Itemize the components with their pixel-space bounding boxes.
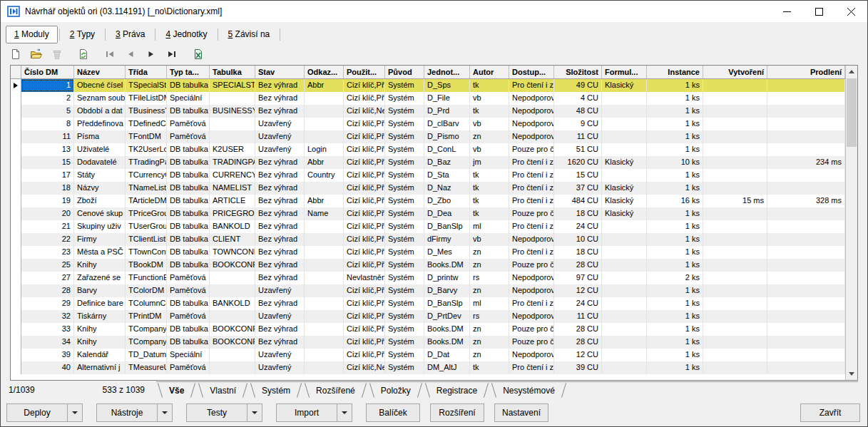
- column-header[interactable]: Jednot...: [424, 66, 470, 78]
- table-row[interactable]: 33KnihyTCompanyBoDB tabulkaBOOKCONFIBez …: [11, 323, 845, 336]
- column-header[interactable]: Tabulka: [210, 66, 255, 78]
- table-cell: [305, 233, 344, 246]
- table-cell: Alternativní j: [74, 361, 126, 374]
- close-button[interactable]: Zavřít: [800, 403, 860, 422]
- table-cell: Systém: [385, 272, 424, 284]
- table-row[interactable]: 21Skupiny uživTUserGroupIDB tabulkaBANKO…: [11, 220, 845, 233]
- column-header[interactable]: Stav: [255, 66, 305, 78]
- refresh-icon[interactable]: [76, 46, 91, 62]
- filter-tab-registrace[interactable]: Registrace: [424, 382, 490, 400]
- tab-prava[interactable]: 3 Práva: [107, 26, 153, 43]
- table-row[interactable]: 11PísmaTFontDMPaměťováUzavřenýCizí klíč,…: [11, 130, 845, 143]
- table-row[interactable]: 27Zařazené seTFunctionEnPaměťováBez výhr…: [11, 272, 845, 284]
- nastroje-dropdown-icon[interactable]: [157, 404, 172, 421]
- last-record-icon[interactable]: [164, 46, 180, 62]
- vertical-scrollbar[interactable]: [845, 66, 857, 380]
- table-row[interactable]: 8PředdefinovaTDefinedColPaměťováUzavřený…: [11, 118, 845, 130]
- table-cell: [210, 284, 255, 297]
- table-cell: Systém: [385, 336, 424, 349]
- filter-tab-vlastni[interactable]: Vlastní: [197, 382, 249, 400]
- column-header[interactable]: Původ: [385, 66, 424, 78]
- filter-tab-system[interactable]: Systém: [249, 382, 303, 400]
- import-dropdown-icon[interactable]: [337, 404, 352, 421]
- close-icon[interactable]: [835, 1, 867, 22]
- nastaveni-button[interactable]: Nastavení: [494, 403, 548, 422]
- tab-typy[interactable]: 2 Typy: [61, 26, 103, 43]
- deploy-button[interactable]: Deploy: [6, 403, 83, 422]
- table-row[interactable]: 5Období a datTBusinessYeDB tabulkaBUSINE…: [11, 105, 845, 118]
- testy-dropdown-icon[interactable]: [247, 404, 262, 421]
- table-row[interactable]: 25KnihyTBookDMDB tabulkaBOOKCONFIBez výh…: [11, 259, 845, 272]
- table-cell: [602, 143, 647, 156]
- table-row[interactable]: 23Města a PSČTTownConfDDB tabulkaTOWNCON…: [11, 246, 845, 259]
- table-cell: [305, 349, 344, 361]
- table-row[interactable]: 28BarvyTColorDMPaměťováUzavřenýCizí klíč…: [11, 284, 845, 297]
- table-row[interactable]: 18NázvyTNameListDMDB tabulkaNAMELISTBez …: [11, 182, 845, 195]
- filter-tab-vse[interactable]: Vše: [156, 382, 197, 400]
- table-cell: BANKOLD: [210, 297, 255, 310]
- column-header[interactable]: Instance: [647, 66, 703, 78]
- table-cell: Bez výhrad: [255, 79, 305, 92]
- table-row[interactable]: 29Definice bareTColumnColoDB tabulkaBANK…: [11, 297, 845, 310]
- table-cell: Knihy: [74, 259, 126, 272]
- filter-tab-rozsirene[interactable]: Rozšířené: [303, 382, 368, 400]
- testy-button[interactable]: Testy: [186, 403, 262, 422]
- table-row[interactable]: 19ZbožíTArticleDMDB tabulkaARTICLEBez vý…: [11, 195, 845, 207]
- column-header[interactable]: Prodlení: [767, 66, 845, 78]
- table-cell: [703, 169, 767, 182]
- tab-zavisi-na[interactable]: 5 Závisí na: [220, 26, 279, 43]
- tab-moduly[interactable]: 1 Moduly: [6, 26, 58, 43]
- column-header[interactable]: Odkaz...: [305, 66, 344, 78]
- table-row[interactable]: 22FirmyTClientListDMDB tabulkaCLIENTBez …: [11, 233, 845, 246]
- column-header[interactable]: Číslo DM: [21, 66, 74, 78]
- column-header[interactable]: Typ ta...: [167, 66, 210, 78]
- import-button[interactable]: Import: [276, 403, 352, 422]
- nastroje-button[interactable]: Nástroje: [96, 403, 173, 422]
- scrollbar-track[interactable]: [846, 78, 857, 368]
- table-cell: 24 CU: [554, 220, 602, 233]
- column-header[interactable]: Dostup...: [509, 66, 554, 78]
- column-header[interactable]: Třída: [126, 66, 167, 78]
- table-cell: BOOKCONFI: [210, 336, 255, 349]
- table-row[interactable]: 2Seznam soubTFileListDMSpeciálníBez výhr…: [11, 92, 845, 105]
- table-cell: [767, 130, 845, 143]
- filter-tab-polozky[interactable]: Položky: [368, 382, 424, 400]
- table-cell: Systém: [385, 169, 424, 182]
- column-header[interactable]: Autor: [470, 66, 509, 78]
- filter-tab-nesystemove[interactable]: Nesystémové: [490, 382, 568, 400]
- table-cell: Cizí klíč,Přímá: [344, 246, 385, 259]
- maximize-icon[interactable]: [803, 1, 835, 22]
- table-row[interactable]: 32TiskárnyTPrintDMPaměťováUzavřenýCizí k…: [11, 310, 845, 323]
- deploy-dropdown-icon[interactable]: [67, 404, 82, 421]
- column-header[interactable]: Formul...: [602, 66, 647, 78]
- table-cell: [305, 246, 344, 259]
- table-row[interactable]: 20Cenové skupTPriceGroupIDB tabulkaPRICE…: [11, 207, 845, 220]
- export-excel-icon[interactable]: [190, 46, 206, 62]
- table-row[interactable]: 17StátyTCurrencyCoDB tabulkaCURRENCYCBez…: [11, 169, 845, 182]
- column-header[interactable]: Vytvoření: [703, 66, 767, 78]
- table-cell: Systém: [385, 220, 424, 233]
- table-cell: Předdefinova: [74, 118, 126, 130]
- table-cell: CURRENCYC: [210, 169, 255, 182]
- column-header[interactable]: Složitost: [554, 66, 602, 78]
- rozsireni-button[interactable]: Rozšíření: [430, 403, 484, 422]
- table-row[interactable]: 15DodavateléTTradingParDB tabulkaTRADING…: [11, 156, 845, 169]
- table-row[interactable]: 40Alternativní jTMeasureUnPaměťováUzavře…: [11, 361, 845, 374]
- open-file-icon[interactable]: [29, 46, 44, 62]
- table-cell: D_clBarv: [424, 118, 470, 130]
- table-row[interactable]: 34KnihyTCompanyDiDB tabulkaBOOKCONFIBez …: [11, 336, 845, 349]
- balicek-button[interactable]: Balíček: [366, 403, 420, 422]
- table-row[interactable]: 1Obecné číselTSpecialStrinDB tabulkaSPEC…: [11, 79, 845, 92]
- minimize-icon[interactable]: [771, 1, 803, 22]
- table-row[interactable]: 39KalendářTD_DatumSpeciálníUzavřenýCizí …: [11, 349, 845, 361]
- table-row[interactable]: 13UživateléTK2UserLookDB tabulkaK2USERUz…: [11, 143, 845, 156]
- tab-jednotky[interactable]: 4 Jednotky: [157, 26, 215, 43]
- new-document-icon[interactable]: [8, 46, 24, 62]
- table-cell: Cizí klíč,Přímá: [344, 220, 385, 233]
- scroll-up-icon[interactable]: [846, 66, 857, 78]
- next-record-icon[interactable]: [143, 46, 159, 62]
- scrollbar-thumb[interactable]: [847, 78, 857, 147]
- column-header[interactable]: Název: [74, 66, 126, 78]
- scroll-down-icon[interactable]: [846, 368, 857, 380]
- column-header[interactable]: Použit...: [344, 66, 385, 78]
